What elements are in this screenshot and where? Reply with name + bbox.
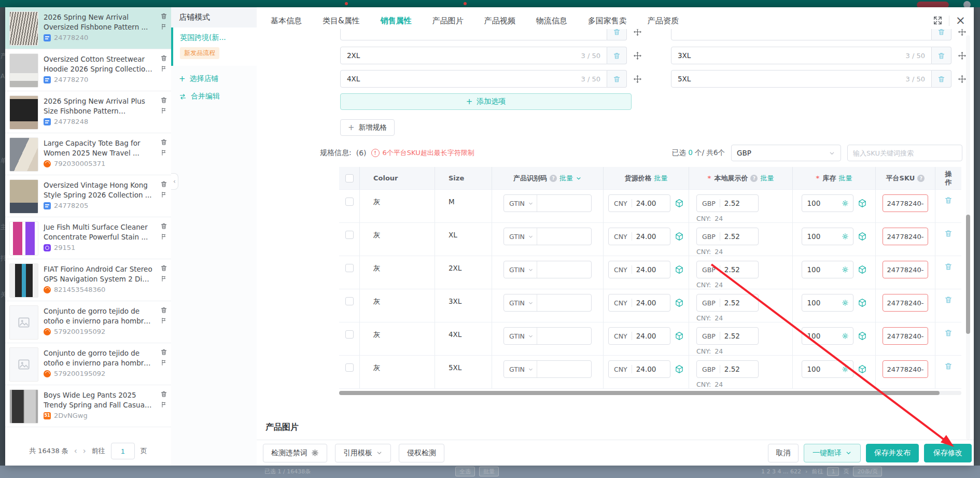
delete-row-trash-icon[interactable]: [944, 262, 953, 271]
package-icon[interactable]: [858, 331, 867, 341]
source-price-input[interactable]: CNY 24.00: [608, 327, 670, 345]
row-checkbox[interactable]: [345, 231, 354, 239]
row-checkbox[interactable]: [345, 363, 354, 372]
horizontal-scrollbar[interactable]: [339, 391, 961, 395]
package-icon[interactable]: [858, 364, 867, 374]
move-icon[interactable]: [633, 51, 642, 60]
trash-icon[interactable]: [160, 180, 167, 188]
select-shop-button[interactable]: + 选择店铺: [179, 74, 257, 83]
product-list-item[interactable]: Conjunto de gorro tejido de otoño e invi…: [5, 343, 171, 385]
package-icon[interactable]: [858, 199, 867, 208]
package-icon[interactable]: [858, 232, 867, 241]
product-list-item[interactable]: FIAT Fiorino Android Car Stereo GPS Navi…: [5, 259, 171, 301]
product-list-item[interactable]: 2026 Spring New Arrival Plus Size Fishbo…: [5, 91, 171, 133]
source-price-input[interactable]: CNY 24.00: [608, 194, 670, 212]
save-and-publish-button[interactable]: 保存并发布: [866, 444, 919, 462]
size-option-input[interactable]: 5XL 3 / 50: [671, 70, 932, 88]
platform-sku-input[interactable]: 24778240-: [883, 360, 928, 378]
add-option-button[interactable]: + 添加选项: [340, 93, 632, 110]
gear-icon[interactable]: [842, 332, 849, 340]
local-price-input[interactable]: GBP 2.52: [696, 360, 759, 378]
save-changes-button[interactable]: 保存修改: [924, 444, 972, 462]
tab[interactable]: 产品资质: [648, 16, 679, 26]
flag-icon[interactable]: [161, 233, 167, 240]
delete-option-button[interactable]: [607, 70, 627, 88]
tab[interactable]: 多国家售卖: [588, 16, 627, 26]
flag-icon[interactable]: [161, 401, 167, 408]
size-option-input[interactable]: 3XL 3 / 50: [671, 47, 932, 64]
stock-input[interactable]: 100: [802, 294, 853, 312]
product-list-item[interactable]: Oversized Cotton Streetwear Hoodie 2026 …: [5, 49, 171, 91]
tab[interactable]: 物流信息: [536, 16, 567, 26]
delete-row-trash-icon[interactable]: [944, 329, 953, 337]
sku-search-input[interactable]: [847, 145, 962, 161]
move-icon[interactable]: [958, 29, 967, 36]
close-icon[interactable]: ×: [956, 15, 965, 26]
trash-icon[interactable]: [160, 348, 167, 356]
batch-link[interactable]: 批量: [559, 174, 573, 183]
size-option-input[interactable]: [340, 29, 607, 40]
currency-select[interactable]: GBP: [731, 145, 841, 161]
delete-row-trash-icon[interactable]: [944, 229, 953, 237]
one-click-translate-button[interactable]: 一键翻译: [804, 444, 861, 462]
product-list-item[interactable]: Jue Fish Multi Surface Cleaner Concentra…: [5, 217, 171, 259]
flag-icon[interactable]: [161, 149, 167, 156]
shop-item[interactable]: 英国跨境(新... 新发品流程: [171, 27, 257, 66]
product-list-item[interactable]: Conjunto de gorro tejido de otoño e invi…: [5, 301, 171, 343]
tab[interactable]: 产品视频: [484, 16, 515, 26]
trash-icon[interactable]: [160, 54, 167, 62]
id-type-select[interactable]: GTIN: [504, 328, 537, 344]
gear-icon[interactable]: [842, 365, 849, 373]
info-icon[interactable]: ?: [750, 175, 758, 182]
delete-option-button[interactable]: [932, 47, 951, 64]
trash-icon[interactable]: [160, 138, 167, 146]
flag-icon[interactable]: [161, 275, 167, 282]
source-price-input[interactable]: CNY 24.00: [608, 261, 670, 278]
platform-sku-input[interactable]: 24778240-: [883, 228, 928, 245]
vertical-scrollbar[interactable]: [966, 35, 970, 440]
platform-sku-input[interactable]: 24778240-: [883, 194, 928, 212]
local-price-input[interactable]: GBP 2.52: [696, 327, 759, 345]
source-price-input[interactable]: CNY 24.00: [608, 294, 670, 312]
size-option-input[interactable]: 4XL 3 / 50: [340, 70, 607, 88]
platform-sku-input[interactable]: 24778240-: [883, 294, 928, 312]
delete-option-button[interactable]: [932, 70, 951, 88]
package-icon[interactable]: [675, 265, 684, 274]
infringement-check-button[interactable]: 侵权检测: [399, 444, 444, 462]
gear-icon[interactable]: [842, 266, 849, 273]
move-icon[interactable]: [958, 51, 967, 60]
batch-link[interactable]: 批量: [654, 174, 668, 183]
package-icon[interactable]: [675, 298, 684, 307]
id-type-select[interactable]: GTIN: [504, 228, 537, 245]
row-checkbox[interactable]: [345, 330, 354, 339]
package-icon[interactable]: [675, 364, 684, 374]
id-type-select[interactable]: GTIN: [504, 195, 537, 212]
delete-option-button[interactable]: [607, 47, 627, 64]
info-icon[interactable]: ?: [917, 175, 925, 182]
local-price-input[interactable]: GBP 2.52: [696, 261, 759, 278]
tab[interactable]: 产品图片: [432, 16, 464, 26]
batch-link[interactable]: 批量: [838, 174, 852, 183]
chevron-down-icon[interactable]: [576, 175, 582, 181]
product-list-item[interactable]: 2026 Spring New Arrival Oversized Fishbo…: [5, 7, 171, 49]
prev-page-button[interactable]: ‹: [74, 446, 77, 456]
delete-option-button[interactable]: [607, 29, 627, 40]
stock-input[interactable]: 100: [802, 360, 853, 378]
add-spec-button[interactable]: + 新增规格: [340, 119, 395, 136]
product-list-item[interactable]: Large Capacity Tote Bag for Women 2025 N…: [5, 133, 171, 175]
package-icon[interactable]: [675, 232, 684, 241]
local-price-input[interactable]: GBP 2.52: [696, 228, 759, 245]
product-list-item[interactable]: Oversized Vintage Hong Kong Style Spring…: [5, 175, 171, 217]
row-checkbox[interactable]: [345, 297, 354, 305]
id-type-select[interactable]: GTIN: [504, 361, 537, 377]
id-type-select[interactable]: GTIN: [504, 294, 537, 311]
platform-sku-input[interactable]: 24778240-: [883, 327, 928, 345]
trash-icon[interactable]: [160, 12, 167, 20]
move-icon[interactable]: [633, 75, 642, 83]
stock-input[interactable]: 100: [802, 194, 853, 212]
local-price-input[interactable]: GBP 2.52: [696, 294, 759, 312]
row-checkbox[interactable]: [345, 198, 354, 206]
delete-row-trash-icon[interactable]: [944, 362, 953, 370]
delete-row-trash-icon[interactable]: [944, 196, 953, 204]
id-type-select[interactable]: GTIN: [504, 261, 537, 278]
